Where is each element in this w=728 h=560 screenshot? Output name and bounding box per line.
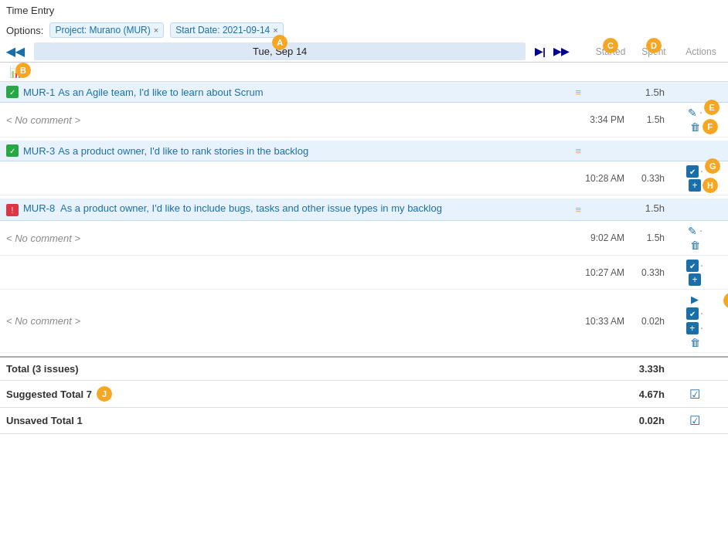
footer-total-row: Total (3 issues) 3.33h — [0, 356, 728, 381]
edit-button-mur8-1[interactable]: ✎ — [687, 224, 698, 238]
entry-row-mur1-1: < No comment > 3:34 PM 1.5h E ✎ · F 🗑 — [0, 103, 728, 137]
annotation-e-badge: E — [704, 100, 719, 115]
col-header-started-wrap: C Started — [587, 46, 634, 57]
filter-chip-date-text: Start Date: 2021-09-14 — [175, 25, 270, 36]
check-button-mur8-2[interactable]: ✔ — [686, 260, 699, 272]
nav-right: ▶| ▶▶ — [532, 44, 572, 59]
entry-comment-mur8-1: < No comment > — [6, 232, 581, 244]
dot2-mur8-3: · — [700, 321, 703, 335]
entry-row-mur8-2: 10:27 AM 0.33h ✔ · + — [0, 256, 728, 290]
issue-id-mur8: MUR-8 — [23, 202, 55, 214]
dot-mur3-1: · — [700, 165, 703, 178]
issue-id-mur3: MUR-3 — [23, 145, 55, 157]
page-container: Time Entry Options: Project: Murano (MUR… — [0, 0, 728, 434]
delete-button-mur8-3[interactable]: 🗑 — [689, 336, 701, 349]
annotation-f-badge: F — [702, 119, 718, 134]
entry-actions-mur1-1: E ✎ · F 🗑 — [668, 106, 722, 134]
issue-spent-mur8: 1.5h — [628, 202, 668, 214]
col-header-spent-wrap: D Spent — [634, 46, 674, 57]
footer-suggested-label: Suggested Total 7 J — [6, 386, 579, 402]
issue-title-mur3[interactable]: As a product owner, I'd like to rank sto… — [58, 145, 570, 157]
edit-button-mur1-1[interactable]: ✎ — [687, 106, 698, 120]
plus-button-mur3-1[interactable]: + — [689, 179, 701, 192]
annotation-g-badge: G — [705, 158, 720, 174]
issue-row-mur8: ! MUR-8 As a product owner, I'd like to … — [0, 199, 728, 221]
filter-chip-project[interactable]: Project: Murano (MUR) × — [49, 22, 164, 38]
footer-unsaved-check[interactable]: ☑ — [668, 413, 722, 428]
nav-next-button[interactable]: ▶| — [532, 44, 549, 59]
annotation-h-badge: H — [702, 178, 718, 193]
options-label: Options: — [6, 25, 43, 36]
entry-spent-mur3-1: 0.33h — [628, 173, 668, 184]
dot-mur8-1: · — [699, 224, 702, 238]
excel-row: B 📊 — [0, 63, 728, 82]
entry-started-mur8-1: 9:02 AM — [581, 232, 628, 243]
dot-mur8-2: · — [700, 259, 703, 273]
plus-button-mur8-2[interactable]: + — [689, 273, 701, 286]
annotation-c-badge: C — [603, 38, 618, 53]
dot-mur8-3: · — [700, 307, 703, 321]
page-title: Time Entry — [0, 0, 728, 19]
issue-icon-mur1: ✓ — [6, 86, 19, 98]
entry-spent-mur8-3: 0.02h — [628, 316, 668, 327]
issue-spent-mur1: 1.5h — [628, 87, 668, 98]
issue-menu-mur8[interactable]: ≡ — [575, 204, 581, 216]
issue-row-mur3: ✓ MUR-3 As a product owner, I'd like to … — [0, 141, 728, 161]
suggested-checkbox[interactable]: ☑ — [689, 387, 700, 402]
footer-unsaved-label: Unsaved Total 1 — [6, 415, 579, 426]
annotation-d-badge: D — [646, 38, 662, 53]
footer-total-value: 3.33h — [625, 363, 668, 375]
dot-mur1-1: · — [699, 106, 702, 120]
annotation-j-badge: J — [97, 386, 112, 402]
check-button-mur8-3[interactable]: ✔ — [686, 307, 699, 320]
entry-row-mur8-3: < No comment > 10:33 AM 0.02h I ▶ ✔ · + … — [0, 290, 728, 353]
issue-icon-mur8: ! — [6, 204, 19, 216]
footer-unsaved-value: 0.02h — [625, 415, 668, 426]
entry-row-mur3-1: 10:28 AM 0.33h G ✔ · H + — [0, 161, 728, 195]
unsaved-checkbox[interactable]: ☑ — [689, 413, 700, 428]
nav-last-button[interactable]: ▶▶ — [550, 44, 572, 59]
issue-title-mur1[interactable]: As an Agile team, I'd like to learn abou… — [58, 87, 570, 98]
footer-suggested-value: 4.67h — [625, 389, 668, 400]
annotation-b-badge: B — [15, 63, 31, 78]
annotation-a-badge: A — [272, 35, 287, 50]
filter-chip-project-close[interactable]: × — [154, 25, 158, 35]
entry-row-mur8-1: < No comment > 9:02 AM 1.5h ✎ · 🗑 — [0, 221, 728, 256]
entry-started-mur8-3: 10:33 AM — [581, 316, 628, 327]
entry-comment-mur1-1: < No comment > — [6, 114, 581, 126]
col-header-actions: Actions — [674, 46, 728, 57]
issue-id-mur1: MUR-1 — [23, 87, 55, 98]
delete-button-mur1-1[interactable]: 🗑 — [689, 120, 701, 134]
entry-actions-mur8-3: I ▶ ✔ · + · 🗑 — [668, 293, 722, 349]
footer-suggested-label-text: Suggested Total 7 — [6, 389, 92, 400]
nav-first-button[interactable]: ◀◀ — [3, 43, 28, 60]
options-bar: Options: Project: Murano (MUR) × Start D… — [0, 19, 728, 41]
issue-title-mur8[interactable]: As a product owner, I'd like to include … — [60, 202, 442, 214]
entry-started-mur1-1: 3:34 PM — [581, 114, 628, 125]
delete-button-mur8-1[interactable]: 🗑 — [689, 239, 701, 252]
play-button-mur8-3[interactable]: ▶ — [690, 293, 699, 306]
annotation-i-badge: I — [723, 293, 728, 308]
footer-unsaved-row: Unsaved Total 1 0.02h ☑ — [0, 408, 728, 434]
entry-started-mur8-2: 10:27 AM — [581, 267, 628, 278]
col-header-actions-label: Actions — [685, 46, 716, 57]
entry-spent-mur8-2: 0.33h — [628, 267, 668, 278]
footer-total-label: Total (3 issues) — [6, 363, 579, 375]
issue-text-mur8: MUR-8 As a product owner, I'd like to in… — [23, 202, 570, 214]
entry-comment-mur8-3: < No comment > — [6, 315, 581, 327]
footer-suggested-row: Suggested Total 7 J 4.67h ☑ — [0, 381, 728, 408]
entry-spent-mur8-1: 1.5h — [628, 232, 668, 243]
filter-chip-project-text: Project: Murano (MUR) — [55, 25, 150, 36]
nav-row: ◀◀ A Tue, Sep 14 ▶| ▶▶ C Started D Spent… — [0, 41, 728, 63]
entry-actions-mur8-2: ✔ · + — [668, 259, 722, 286]
filter-chip-date-close[interactable]: × — [273, 25, 277, 35]
entry-actions-mur8-1: ✎ · 🗑 — [668, 224, 722, 252]
col-headers: C Started D Spent Actions — [572, 46, 728, 57]
plus-button-mur8-3[interactable]: + — [686, 322, 699, 334]
filter-chip-date[interactable]: Start Date: 2021-09-14 × — [170, 22, 284, 38]
footer-suggested-check[interactable]: ☑ — [668, 387, 722, 402]
check-button-mur3-1[interactable]: ✔ — [686, 165, 699, 178]
issue-menu-mur1[interactable]: ≡ — [575, 87, 581, 98]
issue-menu-mur3[interactable]: ≡ — [575, 145, 581, 157]
issue-row-mur1: ✓ MUR-1 As an Agile team, I'd like to le… — [0, 82, 728, 103]
